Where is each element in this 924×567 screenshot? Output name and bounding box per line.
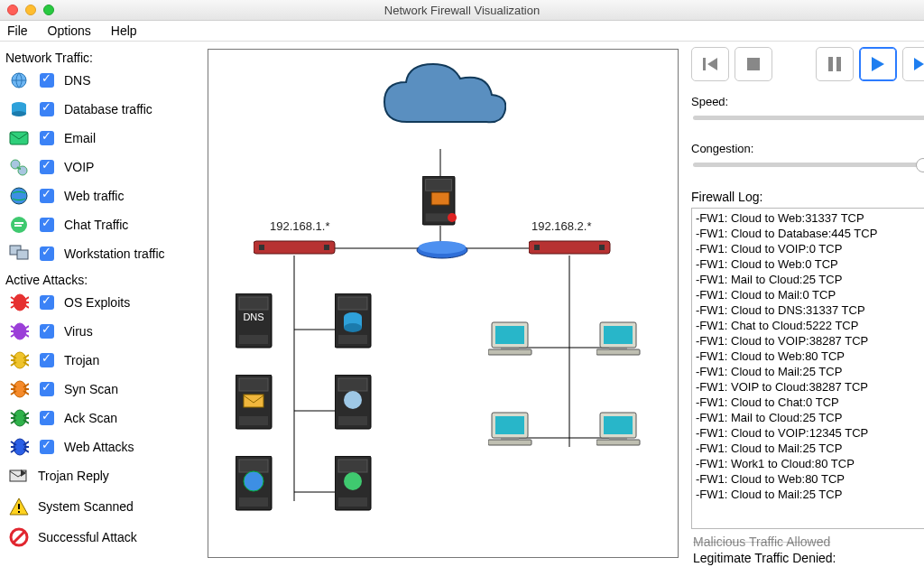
traffic-heading: Network Traffic: (5, 51, 199, 65)
menu-options[interactable]: Options (48, 23, 91, 38)
filter-syn-scan-checkbox[interactable] (40, 382, 54, 396)
log-heading: Firewall Log: (691, 190, 924, 204)
network-canvas[interactable]: 192.168.1.* 192.168.2.* DNS (208, 49, 679, 558)
server-dns[interactable]: DNS (236, 293, 281, 357)
filter-workstation-label: Workstation traffic (64, 246, 165, 261)
zoom-window-button[interactable] (43, 5, 54, 15)
pc-3[interactable] (488, 411, 535, 451)
filter-dns-checkbox[interactable] (40, 73, 54, 88)
playback-controls (691, 47, 924, 81)
close-window-button[interactable] (7, 5, 18, 15)
menu-file[interactable]: File (7, 23, 28, 38)
speed-slider[interactable] (693, 116, 924, 120)
log-entry: -FW1: Cloud to Chat:0 TCP (696, 395, 924, 410)
server-web[interactable] (236, 456, 281, 519)
log-entry: -FW1: Cloud to Web:0 TCP (696, 256, 924, 272)
svg-point-54 (344, 472, 362, 490)
subnet-right-label: 192.168.2.* (531, 219, 592, 233)
router-left[interactable] (254, 236, 340, 259)
filter-web-attacks[interactable]: Web Attacks (9, 437, 199, 457)
pc-1[interactable] (488, 321, 535, 360)
congestion-slider[interactable] (693, 163, 924, 167)
right-panel: Speed: Congestion: Firewall Log: -FW1: C… (684, 42, 924, 567)
filter-web-checkbox[interactable] (40, 189, 54, 203)
svg-point-52 (344, 391, 362, 409)
filter-web-attacks-checkbox[interactable] (40, 440, 54, 454)
warning-icon (9, 497, 29, 516)
bug-green-icon (9, 408, 29, 428)
server-voip[interactable] (335, 375, 380, 438)
cloud-node[interactable] (380, 59, 506, 149)
pc-2[interactable] (596, 321, 643, 360)
stat-malicious-allowed-label: Malicious Traffic Allowed (693, 534, 830, 549)
phone-icon (9, 157, 29, 177)
svg-rect-58 (836, 57, 841, 71)
filter-email[interactable]: Email (9, 128, 199, 148)
filter-chat-checkbox[interactable] (40, 218, 54, 232)
log-entry: -FW1: Cloud to Mail:25 TCP (696, 364, 924, 379)
svg-rect-27 (17, 250, 28, 259)
filter-trojan[interactable]: Trojan (9, 350, 199, 370)
filter-virus-checkbox[interactable] (40, 324, 54, 339)
log-entry: -FW1: Cloud to VOIP:0 TCP (696, 241, 924, 256)
filter-os-exploits-checkbox[interactable] (40, 295, 54, 310)
legend-trojan-reply-label: Trojan Reply (38, 469, 109, 483)
filter-email-label: Email (64, 131, 96, 145)
speed-label: Speed: (691, 95, 728, 108)
modem-node[interactable] (413, 237, 471, 263)
filter-voip[interactable]: VOIP (9, 157, 199, 177)
legend-system-scanned: System Scanned (9, 497, 199, 516)
svg-rect-29 (18, 504, 20, 509)
log-entry: -FW1: Chat to Cloud:5222 TCP (696, 318, 924, 333)
play-icon (870, 56, 886, 72)
filter-database[interactable]: Database traffic (9, 99, 199, 119)
minimize-window-button[interactable] (25, 5, 36, 15)
server-database[interactable] (335, 293, 380, 357)
filter-email-checkbox[interactable] (40, 131, 54, 145)
log-entry: -FW1: Cloud to DNS:31337 TCP (696, 302, 924, 318)
filter-ack-scan-checkbox[interactable] (40, 411, 54, 425)
filter-syn-scan[interactable]: Syn Scan (9, 379, 199, 399)
stat-legit-denied-label: Legitimate Traffic Denied: (693, 551, 836, 565)
filter-syn-scan-label: Syn Scan (64, 382, 118, 396)
filter-ack-scan[interactable]: Ack Scan (9, 408, 199, 428)
svg-rect-43 (431, 192, 449, 205)
filter-chat[interactable]: Chat Traffic (9, 215, 199, 235)
play-button[interactable] (859, 47, 897, 81)
skip-back-button[interactable] (691, 47, 729, 81)
legend-trojan-reply: Trojan Reply (9, 466, 199, 486)
pause-button[interactable] (816, 47, 854, 81)
filter-dns[interactable]: DNS (9, 70, 199, 90)
server-chat[interactable] (335, 456, 380, 519)
window-title: Network Firewall Visualization (0, 4, 924, 17)
menu-help[interactable]: Help (111, 23, 137, 38)
firewall-log[interactable]: -FW1: Cloud to Web:31337 TCP-FW1: Cloud … (691, 208, 924, 529)
svg-rect-56 (747, 58, 760, 70)
filter-os-exploits[interactable]: OS Exploits (9, 293, 199, 312)
filter-database-checkbox[interactable] (40, 102, 54, 116)
svg-text:DNS: DNS (243, 311, 263, 322)
filter-workstation[interactable]: Workstation traffic (9, 244, 199, 264)
filter-virus[interactable]: Virus (9, 321, 199, 341)
legend-successful-attack-label: Successful Attack (38, 530, 137, 544)
pc-4[interactable] (596, 411, 643, 451)
svg-rect-30 (18, 511, 20, 513)
log-entry: -FW1: Cloud to Mail:25 TCP (696, 487, 924, 502)
router-right[interactable] (529, 236, 615, 259)
server-mail[interactable] (236, 375, 281, 438)
globe-icon (9, 186, 29, 206)
skip-forward-button[interactable] (902, 47, 924, 81)
filter-workstation-checkbox[interactable] (40, 246, 54, 261)
filter-voip-checkbox[interactable] (40, 160, 54, 174)
log-entry: -FW1: Mail to Cloud:25 TCP (696, 410, 924, 425)
filter-trojan-checkbox[interactable] (40, 353, 54, 367)
filter-web[interactable]: Web traffic (9, 186, 199, 206)
firewall-node[interactable] (422, 176, 462, 227)
svg-point-23 (18, 166, 27, 175)
filter-voip-label: VOIP (64, 160, 94, 174)
subnet-left-label: 192.168.1.* (270, 219, 330, 233)
stop-button[interactable] (735, 47, 772, 81)
congestion-label: Congestion: (691, 142, 753, 155)
log-entry: -FW1: Mail to Cloud:25 TCP (696, 272, 924, 287)
workstation-icon (9, 244, 29, 264)
